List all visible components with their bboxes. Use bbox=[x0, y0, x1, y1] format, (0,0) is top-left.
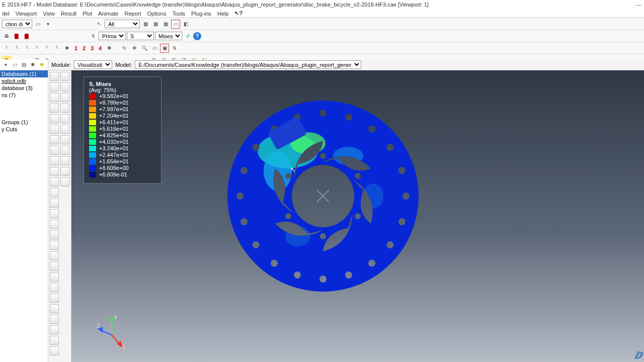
menu-item[interactable]: Options bbox=[147, 11, 167, 17]
tool-icon[interactable] bbox=[60, 114, 69, 123]
pick-icon[interactable]: ▦ bbox=[141, 20, 150, 29]
tool-icon[interactable] bbox=[50, 104, 59, 113]
tool-icon[interactable] bbox=[50, 125, 59, 134]
context-help-icon[interactable]: ↖? bbox=[234, 10, 243, 17]
sort-icon[interactable]: ⇅ bbox=[170, 44, 179, 53]
tree-icon[interactable]: ▾ bbox=[2, 60, 10, 69]
tree-groups[interactable]: Groups (1) bbox=[0, 119, 48, 126]
tool-icon[interactable] bbox=[60, 177, 69, 187]
module-select[interactable]: Visualization bbox=[74, 60, 112, 69]
dropdown-icon[interactable]: ▾ bbox=[43, 20, 52, 29]
print-icon[interactable]: 🖶 bbox=[2, 32, 11, 41]
viewport[interactable]: S, Mises (Avg: 75%) +9.582e+01+8.789e+01… bbox=[71, 70, 644, 362]
tool-icon[interactable] bbox=[60, 167, 69, 176]
selection-all-select[interactable]: All bbox=[105, 20, 140, 28]
tool-icon[interactable] bbox=[60, 93, 69, 102]
tool-icon[interactable] bbox=[50, 72, 59, 81]
triad-icon[interactable]: ✱ bbox=[62, 44, 71, 53]
view-icon[interactable]: └ bbox=[42, 44, 51, 53]
axis-icon[interactable]: ✱ bbox=[105, 44, 114, 53]
tree-databases[interactable]: Databases (1) bbox=[0, 70, 48, 77]
cursor-icon[interactable]: ↖ bbox=[95, 20, 104, 29]
view-icon[interactable]: └ bbox=[22, 44, 31, 53]
frame-4[interactable]: 4 bbox=[97, 44, 104, 53]
tool-icon[interactable] bbox=[50, 294, 59, 303]
tool-icon[interactable] bbox=[50, 220, 59, 229]
tool-icon[interactable] bbox=[60, 156, 69, 165]
book-red-icon[interactable]: ▇ bbox=[12, 32, 21, 41]
tool-icon[interactable] bbox=[60, 82, 69, 92]
tool-icon[interactable] bbox=[60, 104, 69, 113]
tool-icon[interactable] bbox=[50, 146, 59, 155]
tool-icon[interactable] bbox=[50, 241, 59, 250]
rotate-icon[interactable]: ↻ bbox=[120, 44, 129, 53]
menu-item[interactable]: View bbox=[43, 11, 55, 17]
tool-icon[interactable] bbox=[50, 262, 59, 271]
tree-cuts[interactable]: y Cuts bbox=[0, 126, 48, 133]
pick-box-icon[interactable]: ▭ bbox=[171, 20, 180, 29]
tool-icon[interactable] bbox=[50, 93, 59, 102]
tool-icon[interactable] bbox=[50, 135, 59, 144]
menu-item[interactable]: Tools bbox=[172, 11, 185, 17]
tool-icon[interactable] bbox=[50, 315, 59, 324]
tool-icon[interactable] bbox=[50, 188, 59, 197]
tool-icon[interactable] bbox=[50, 325, 59, 334]
menu-item[interactable]: Animate bbox=[98, 11, 118, 17]
tool-icon[interactable] bbox=[50, 199, 59, 208]
zoom-icon[interactable]: 🔍 bbox=[140, 44, 149, 53]
tree-odb[interactable]: xplicit.odb bbox=[0, 77, 48, 84]
pick-add-icon[interactable]: ▦ bbox=[151, 20, 160, 29]
tool-icon[interactable] bbox=[50, 230, 59, 239]
info-icon[interactable]: ? bbox=[193, 32, 201, 40]
component-select[interactable]: Mises bbox=[155, 32, 182, 40]
tool-icon[interactable] bbox=[50, 251, 59, 260]
tool-icon[interactable] bbox=[50, 177, 59, 187]
menu-item[interactable]: Result bbox=[61, 11, 76, 17]
menu-item[interactable]: Help bbox=[217, 11, 229, 17]
menu-item[interactable]: del bbox=[2, 11, 10, 17]
view-icon[interactable]: └ bbox=[2, 44, 11, 53]
tree-ns[interactable]: ns (7) bbox=[0, 92, 48, 99]
fit-icon[interactable]: ▣ bbox=[160, 44, 169, 53]
tool-icon[interactable] bbox=[50, 209, 59, 218]
book-red2-icon[interactable]: ▇ bbox=[22, 32, 31, 41]
tool-icon[interactable] bbox=[50, 114, 59, 123]
box-icon[interactable]: ▭ bbox=[33, 20, 42, 29]
menu-item[interactable]: Viewport bbox=[16, 11, 37, 17]
view-icon[interactable]: └ bbox=[32, 44, 41, 53]
cube-icon[interactable]: ◧ bbox=[181, 20, 190, 29]
refresh-icon[interactable]: ↺ bbox=[183, 32, 192, 41]
menu-item[interactable]: Plug-ins bbox=[191, 11, 211, 17]
view-icon[interactable]: └ bbox=[12, 44, 21, 53]
defaults-select[interactable]: ction defaults bbox=[2, 20, 32, 28]
tool-icon[interactable] bbox=[60, 146, 69, 155]
tree-icon[interactable]: ▤ bbox=[20, 60, 28, 69]
primary-select[interactable]: Primary bbox=[99, 32, 126, 40]
model-path-select[interactable]: E:/Documents/Cases/Knowledge (transfer)/… bbox=[135, 60, 361, 69]
tool-icon[interactable] bbox=[60, 125, 69, 134]
tool-icon[interactable] bbox=[50, 346, 59, 355]
pick-invert-icon[interactable]: ▦ bbox=[161, 20, 170, 29]
pan-icon[interactable]: ✥ bbox=[130, 44, 139, 53]
tool-icon[interactable] bbox=[50, 304, 59, 313]
tool-icon[interactable] bbox=[50, 336, 59, 345]
view-icon[interactable]: └ bbox=[52, 44, 61, 53]
tool-icon[interactable] bbox=[50, 82, 59, 92]
variable-select[interactable]: S bbox=[127, 32, 154, 40]
frame-1[interactable]: 1 bbox=[72, 44, 79, 53]
tool-icon[interactable] bbox=[50, 156, 59, 165]
tool-icon[interactable] bbox=[60, 135, 69, 144]
zoom-box-icon[interactable]: ▭ bbox=[150, 44, 159, 53]
tool-icon[interactable] bbox=[50, 167, 59, 176]
tree-icon[interactable]: ✺ bbox=[38, 60, 46, 69]
tree-database[interactable]: database (3) bbox=[0, 84, 48, 92]
tree-icon[interactable]: ▭ bbox=[11, 60, 19, 69]
menu-item[interactable]: Plot bbox=[83, 11, 92, 17]
menu-item[interactable]: Report bbox=[124, 11, 141, 17]
minimize-icon[interactable]: — bbox=[635, 2, 642, 8]
frame-2[interactable]: 2 bbox=[80, 44, 88, 53]
frame-3[interactable]: 3 bbox=[89, 44, 96, 53]
tool-icon[interactable] bbox=[50, 273, 59, 282]
tool-icon[interactable] bbox=[50, 283, 59, 292]
axes-icon[interactable]: ↯ bbox=[89, 32, 98, 41]
